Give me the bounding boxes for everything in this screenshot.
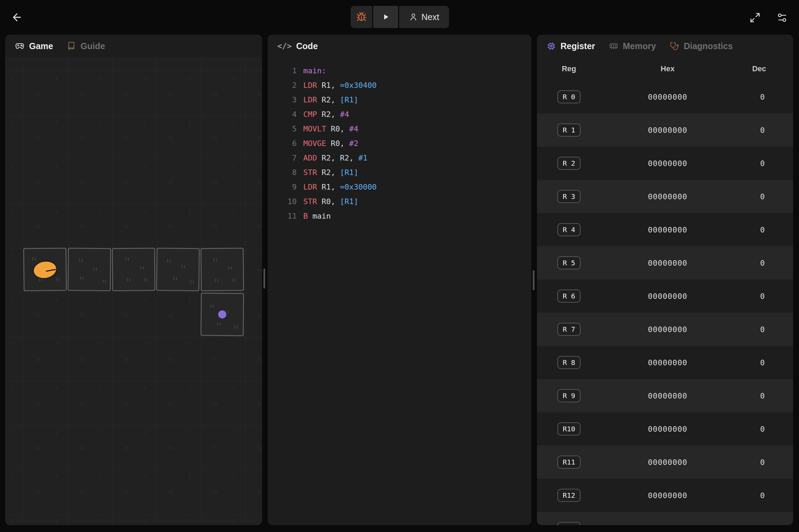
register-row: R 5000000000 <box>537 246 793 279</box>
code-line[interactable]: 6MOVGE R0, #2 <box>268 136 531 151</box>
register-hex-value: 00000000 <box>648 458 688 467</box>
expand-button[interactable] <box>747 10 763 25</box>
line-number: 10 <box>268 194 297 209</box>
code-line[interactable]: 3LDR R2, [R1] <box>268 93 531 107</box>
register-hex-value: 00000000 <box>648 358 688 367</box>
arrow-left-icon <box>11 11 23 23</box>
code-line[interactable]: 11B main <box>268 209 531 223</box>
bug-icon <box>356 12 367 22</box>
register-dec-value: 0 <box>760 226 793 234</box>
register-row: R 8000000000 <box>537 346 793 379</box>
register-name-pill: R13 <box>557 522 580 525</box>
register-name-pill: R 4 <box>557 223 580 236</box>
register-hex-value: 00000000 <box>648 192 688 201</box>
code-text: ADD R2, R2, #1 <box>303 151 367 165</box>
line-number: 9 <box>268 180 297 194</box>
register-name-pill: R11 <box>557 456 580 469</box>
game-board-area <box>5 57 262 525</box>
code-line[interactable]: 5MOVLT R0, #4 <box>268 122 531 136</box>
tab-guide-label: Guide <box>80 41 105 51</box>
register-row: R10000000000 <box>537 412 793 446</box>
back-button[interactable] <box>9 9 25 25</box>
register-hex-value: 00000000 <box>648 93 688 101</box>
code-line[interactable]: 10STR R0, [R1] <box>268 194 531 209</box>
tab-diagnostics-label: Diagnostics <box>684 41 733 51</box>
register-row: R 0000000000 <box>537 80 793 113</box>
register-hex-value: 00000000 <box>648 491 688 500</box>
tab-register[interactable]: Register <box>547 41 595 51</box>
register-name-pill: R 1 <box>557 123 580 137</box>
tab-guide[interactable]: Guide <box>67 41 105 51</box>
register-hex-value: 00000000 <box>648 159 688 168</box>
register-name-pill: R 7 <box>557 323 580 336</box>
code-text: MOVGE R0, #2 <box>303 136 358 151</box>
path-tile <box>68 248 110 291</box>
register-row: R 7000000000 <box>537 313 793 346</box>
code-line[interactable]: 9LDR R1, =0x30000 <box>268 180 531 194</box>
register-table: R 0000000000R 1000000000R 2000000000R 30… <box>537 80 793 525</box>
register-panel-tabs: Register Memory Diagnostics <box>537 35 793 57</box>
code-editor[interactable]: 1main:2LDR R1, =0x304003LDR R2, [R1]4CMP… <box>268 57 531 525</box>
register-row: R12000000000 <box>537 479 793 512</box>
line-number: 6 <box>268 136 297 151</box>
register-row: R 3000000000 <box>537 180 793 213</box>
path-tile <box>201 248 243 291</box>
code-line[interactable]: 2LDR R1, =0x30400 <box>268 78 531 93</box>
tab-diagnostics[interactable]: Diagnostics <box>670 41 733 51</box>
panel-resize-handle-left[interactable] <box>263 268 265 288</box>
register-row: R 9000000000 <box>537 379 793 412</box>
register-name-pill: R 6 <box>557 290 580 303</box>
register-hex-value: 00000000 <box>648 259 688 267</box>
code-brackets-icon: </> <box>277 42 292 51</box>
line-number: 5 <box>268 122 297 136</box>
code-line[interactable]: 4CMP R2, #4 <box>268 107 531 122</box>
code-text: main: <box>303 64 326 78</box>
code-text: CMP R2, #4 <box>303 107 349 122</box>
target-marker <box>218 310 227 319</box>
run-button[interactable] <box>373 6 398 28</box>
register-row: R13000000000 <box>537 512 793 525</box>
code-line[interactable]: 7ADD R2, R2, #1 <box>268 151 531 165</box>
tab-game[interactable]: Game <box>15 41 53 51</box>
grid-texture <box>5 57 262 525</box>
register-hex-value: 00000000 <box>648 524 688 525</box>
register-dec-value: 0 <box>760 159 793 168</box>
code-line[interactable]: 8STR R2, [R1] <box>268 165 531 180</box>
expand-icon <box>749 12 761 23</box>
tab-memory-label: Memory <box>623 41 656 51</box>
cpu-chip-icon <box>547 42 556 51</box>
line-number: 8 <box>268 165 297 180</box>
top-bar: Next <box>0 0 799 35</box>
settings-button[interactable] <box>774 10 790 25</box>
game-panel-tabs: Game Guide <box>5 35 262 57</box>
line-number: 3 <box>268 93 297 107</box>
debug-button[interactable] <box>351 6 372 28</box>
register-name-pill: R 2 <box>557 157 580 170</box>
register-dec-value: 0 <box>760 524 793 525</box>
execution-controls: Next <box>351 6 449 28</box>
tab-code: </> Code <box>277 41 318 51</box>
register-dec-value: 0 <box>760 93 793 101</box>
tab-register-label: Register <box>560 41 595 51</box>
code-text: LDR R2, [R1] <box>303 93 358 107</box>
register-row: R 1000000000 <box>537 113 793 147</box>
code-panel-title: Code <box>296 41 318 51</box>
tab-memory[interactable]: Memory <box>609 41 656 51</box>
line-number: 4 <box>268 107 297 122</box>
next-button-label: Next <box>421 12 439 22</box>
register-row: R11000000000 <box>537 446 793 479</box>
register-dec-value: 0 <box>760 392 793 400</box>
code-text: STR R0, [R1] <box>303 194 358 209</box>
code-line[interactable]: 1main: <box>268 64 531 78</box>
panel-resize-handle-right[interactable] <box>533 270 535 290</box>
register-dec-value: 0 <box>760 491 793 500</box>
column-reg: Reg <box>562 64 576 73</box>
register-dec-value: 0 <box>760 292 793 301</box>
next-step-button[interactable]: Next <box>399 6 449 28</box>
book-icon <box>67 42 76 51</box>
register-name-pill: R12 <box>557 489 580 502</box>
register-dec-value: 0 <box>760 358 793 367</box>
code-text: LDR R1, =0x30400 <box>303 78 377 93</box>
register-dec-value: 0 <box>760 126 793 135</box>
path-tile <box>113 248 155 291</box>
